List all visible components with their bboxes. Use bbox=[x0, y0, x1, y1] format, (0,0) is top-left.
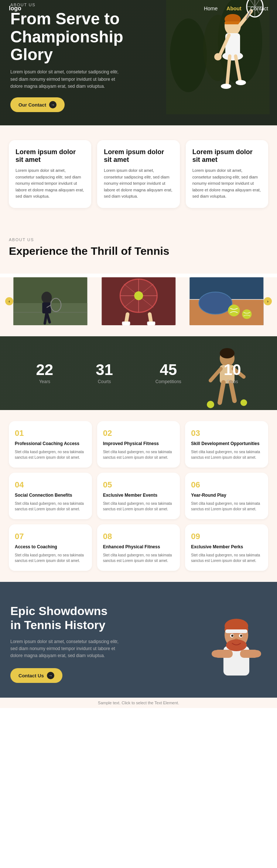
feature-2-title: Improved Physical Fitness bbox=[103, 441, 174, 446]
card-2: Lorem ipsum dolor sit amet Lorem ipsum d… bbox=[97, 140, 179, 208]
feature-5-text: Stet clita kasd gubergren, no sea takima… bbox=[103, 501, 174, 512]
feature-1-title: Professional Coaching Access bbox=[15, 441, 86, 446]
cta-btn-label: Contact Us bbox=[18, 673, 44, 678]
nav-contact[interactable]: Contact bbox=[250, 6, 268, 11]
card-3: Lorem ipsum dolor sit amet Lorem ipsum d… bbox=[186, 140, 268, 208]
feature-7-num: 07 bbox=[15, 532, 86, 541]
cta-section: Epic Showdowns in Tennis History Lorem i… bbox=[0, 582, 277, 698]
feature-card-3: 03 Skill Development Opportunities Stet … bbox=[185, 421, 268, 468]
svg-point-37 bbox=[134, 291, 143, 300]
gallery-image-3 bbox=[185, 277, 268, 325]
feature-card-4: 04 Social Connection Benefits Stet clita… bbox=[9, 473, 92, 519]
gallery-prev-button[interactable]: ‹ bbox=[5, 297, 13, 305]
card-2-title: Lorem ipsum dolor sit amet bbox=[104, 148, 173, 164]
about-label: ABOUT US bbox=[9, 237, 268, 242]
feature-3-title: Skill Development Opportunities bbox=[191, 441, 262, 446]
arrow-icon: → bbox=[49, 101, 57, 108]
feature-9-num: 09 bbox=[191, 532, 262, 541]
stat-clubs-label: Clubs bbox=[224, 379, 241, 384]
stat-courts: 31 Courts bbox=[96, 362, 113, 384]
svg-point-15 bbox=[222, 52, 243, 60]
svg-point-21 bbox=[214, 53, 222, 60]
gallery-image-2 bbox=[97, 277, 180, 325]
feature-6-title: Year-Round Play bbox=[191, 493, 262, 498]
features-grid: 01 Professional Coaching Access Stet cli… bbox=[9, 421, 268, 571]
svg-point-65 bbox=[231, 635, 233, 637]
cta-content: Epic Showdowns in Tennis History Lorem i… bbox=[10, 604, 143, 683]
gallery-item-2 bbox=[97, 277, 180, 325]
stat-clubs: 10 Clubs bbox=[224, 362, 241, 384]
gallery-next-button[interactable]: › bbox=[264, 297, 272, 305]
hero-section: ABOUT US From Serve to Championship Glor… bbox=[0, 0, 277, 125]
svg-rect-41 bbox=[147, 322, 155, 325]
stat-competitions-number: 45 bbox=[155, 362, 181, 378]
about-title: Experience the Thrill of Tennis bbox=[9, 245, 268, 257]
cards-section: Lorem ipsum dolor sit amet Lorem ipsum d… bbox=[0, 125, 277, 223]
card-1: Lorem ipsum dolor sit amet Lorem ipsum d… bbox=[9, 140, 91, 208]
svg-point-45 bbox=[199, 292, 232, 314]
stat-courts-label: Courts bbox=[96, 379, 113, 384]
svg-rect-6 bbox=[225, 21, 241, 24]
feature-4-title: Social Connection Benefits bbox=[15, 493, 86, 498]
feature-3-num: 03 bbox=[191, 428, 262, 438]
feature-1-num: 01 bbox=[15, 428, 86, 438]
feature-2-num: 02 bbox=[103, 428, 174, 438]
about-section: ABOUT US Experience the Thrill of Tennis bbox=[0, 223, 277, 274]
hero-cta-button[interactable]: Our Contact → bbox=[10, 97, 65, 112]
card-3-text: Lorem ipsum dolor sit amet, consetetur s… bbox=[192, 167, 261, 200]
sample-text: Sample text. Click to select the Text El… bbox=[0, 698, 277, 708]
hero-cta-label: Our Contact bbox=[18, 102, 46, 108]
svg-point-72 bbox=[252, 650, 261, 657]
gallery-item-3: › bbox=[185, 277, 268, 325]
nav-home[interactable]: Home bbox=[204, 6, 218, 11]
feature-card-7: 07 Access to Coaching Stet clita kasd gu… bbox=[9, 524, 92, 571]
feature-4-num: 04 bbox=[15, 480, 86, 490]
feature-card-8: 08 Enhanced Physical Fitness Stet clita … bbox=[97, 524, 180, 571]
feature-card-1: 01 Professional Coaching Access Stet cli… bbox=[9, 421, 92, 468]
hero-player-illustration bbox=[166, 0, 270, 114]
svg-point-54 bbox=[207, 401, 214, 408]
svg-rect-62 bbox=[225, 629, 247, 633]
stat-years-label: Years bbox=[36, 379, 53, 384]
feature-1-text: Stet clita kasd gubergren, no sea takima… bbox=[15, 449, 86, 460]
stats-grid: 22 Years 31 Courts 45 Competitions 10 Cl… bbox=[0, 362, 277, 384]
feature-2-text: Stet clita kasd gubergren, no sea takima… bbox=[103, 449, 174, 460]
gallery-image-1 bbox=[9, 277, 92, 325]
nav-about[interactable]: About bbox=[226, 6, 241, 11]
feature-5-title: Exclusive Member Events bbox=[103, 493, 174, 498]
cta-button[interactable]: Contact Us → bbox=[10, 668, 62, 683]
svg-point-25 bbox=[41, 292, 52, 303]
hero-content: ABOUT US From Serve to Championship Glor… bbox=[0, 3, 134, 125]
svg-point-50 bbox=[220, 348, 235, 358]
svg-point-55 bbox=[240, 399, 247, 406]
feature-9-title: Exclusive Member Perks bbox=[191, 544, 262, 549]
feature-8-title: Enhanced Physical Fitness bbox=[103, 544, 174, 549]
feature-8-num: 08 bbox=[103, 532, 174, 541]
cta-description: Lorem ipsum dolor sit amet, consetetur s… bbox=[10, 638, 121, 660]
stat-courts-number: 31 bbox=[96, 362, 113, 378]
svg-point-47 bbox=[242, 309, 252, 319]
hero-title: From Serve to Championship Glory bbox=[10, 10, 123, 63]
feature-card-6: 06 Year-Round Play Stet clita kasd guber… bbox=[185, 473, 268, 519]
feature-7-text: Stet clita kasd gubergren, no sea takima… bbox=[15, 552, 86, 563]
stats-section: 22 Years 31 Courts 45 Competitions 10 Cl… bbox=[0, 336, 277, 410]
feature-8-text: Stet clita kasd gubergren, no sea takima… bbox=[103, 552, 174, 563]
feature-7-title: Access to Coaching bbox=[15, 544, 86, 549]
stat-competitions-label: Competitions bbox=[155, 379, 181, 384]
svg-point-46 bbox=[228, 305, 240, 316]
feature-card-5: 05 Exclusive Member Events Stet clita ka… bbox=[97, 473, 180, 519]
logo: logo bbox=[9, 5, 21, 12]
feature-card-2: 02 Improved Physical Fitness Stet clita … bbox=[97, 421, 180, 468]
stat-competitions: 45 Competitions bbox=[155, 362, 181, 384]
feature-4-text: Stet clita kasd gubergren, no sea takima… bbox=[15, 501, 86, 512]
card-3-title: Lorem ipsum dolor sit amet bbox=[192, 148, 261, 164]
navigation: logo Home About Contact bbox=[0, 0, 277, 17]
feature-6-text: Stet clita kasd gubergren, no sea takima… bbox=[191, 501, 262, 512]
feature-9-text: Stet clita kasd gubergren, no sea takima… bbox=[191, 552, 262, 563]
svg-point-66 bbox=[240, 635, 242, 637]
feature-5-num: 05 bbox=[103, 480, 174, 490]
features-section: 01 Professional Coaching Access Stet cli… bbox=[0, 410, 277, 582]
stat-years-number: 22 bbox=[36, 362, 53, 378]
cta-title: Epic Showdowns in Tennis History bbox=[10, 604, 143, 632]
svg-point-18 bbox=[221, 84, 231, 89]
